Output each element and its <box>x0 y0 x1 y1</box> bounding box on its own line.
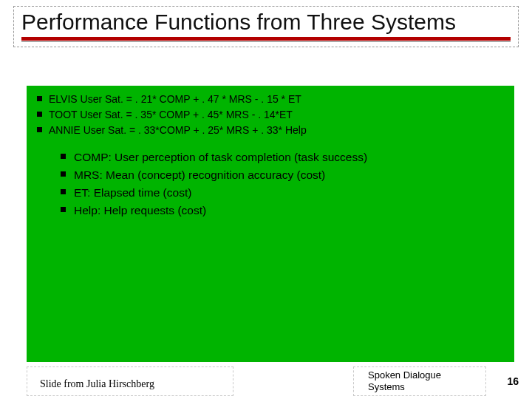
attribution-text: Slide from Julia Hirschberg <box>40 378 154 390</box>
definition-item: COMP: User perception of task completion… <box>61 149 507 166</box>
definition-item: Help: Help requests (cost) <box>61 202 507 219</box>
title-underline <box>21 37 511 41</box>
page-number: 16 <box>507 375 519 387</box>
definition-item: MRS: Mean (concept) recognition accuracy… <box>61 166 507 184</box>
content-panel: ELVIS User Sat. = . 21* COMP + . 47 * MR… <box>27 86 514 362</box>
equation-item: ELVIS User Sat. = . 21* COMP + . 47 * MR… <box>37 92 507 107</box>
title-container: Performance Functions from Three Systems <box>13 6 519 47</box>
equations-list: ELVIS User Sat. = . 21* COMP + . 47 * MR… <box>37 92 507 138</box>
slide-title: Performance Functions from Three Systems <box>21 10 511 35</box>
equation-item: ANNIE User Sat. = . 33*COMP + . 25* MRS … <box>37 123 507 138</box>
course-name: Spoken Dialogue Systems <box>368 369 471 394</box>
definition-item: ET: Elapsed time (cost) <box>61 184 507 202</box>
definitions-list: COMP: User perception of task completion… <box>61 149 507 219</box>
slide: Performance Functions from Three Systems… <box>0 0 532 399</box>
title-underline-thin <box>21 41 511 42</box>
equation-item: TOOT User Sat. = . 35* COMP + . 45* MRS … <box>37 107 507 123</box>
footer: Slide from Julia Hirschberg Spoken Dialo… <box>0 362 532 399</box>
